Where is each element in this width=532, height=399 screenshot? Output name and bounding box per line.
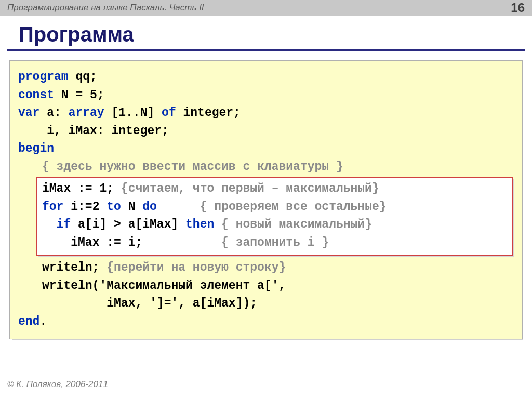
page-number: 16: [511, 1, 525, 15]
title-underline: [7, 49, 525, 51]
code-line: begin: [18, 140, 514, 158]
highlight-content: iMax := 1; {считаем, что первый – максим…: [36, 177, 513, 256]
code-line: program qq;: [18, 68, 514, 86]
code-line: iMax := 1; {считаем, что первый – максим…: [42, 180, 507, 198]
code-line: writeln; {перейти на новую строку}: [18, 259, 514, 277]
code-line: iMax := i; { запомнить i }: [42, 234, 507, 252]
header-bar: Программирование на языке Паскаль. Часть…: [0, 0, 532, 16]
code-line: for i:=2 to N do { проверяем все остальн…: [42, 198, 507, 216]
slide-title: Программа: [0, 16, 532, 49]
code-block: program qq; const N = 5; var a: array [1…: [9, 60, 523, 339]
code-content: program qq; const N = 5; var a: array [1…: [9, 60, 523, 339]
highlight-box: iMax := 1; {считаем, что первый – максим…: [36, 177, 513, 256]
code-line: writeln('Максимальный элемент a[',: [18, 277, 514, 295]
code-line: const N = 5;: [18, 86, 514, 104]
code-line: var a: array [1..N] of integer;: [18, 104, 514, 122]
code-line: iMax, ']=', a[iMax]);: [18, 295, 514, 313]
code-line: { здесь нужно ввести массив с клавиатуры…: [18, 158, 514, 176]
code-line: i, iMax: integer;: [18, 122, 514, 140]
footer-copyright: © К. Поляков, 2006-2011: [7, 379, 108, 390]
header-title: Программирование на языке Паскаль. Часть…: [7, 3, 204, 13]
code-line: if a[i] > a[iMax] then { новый максималь…: [42, 216, 507, 234]
code-line: end.: [18, 313, 514, 331]
